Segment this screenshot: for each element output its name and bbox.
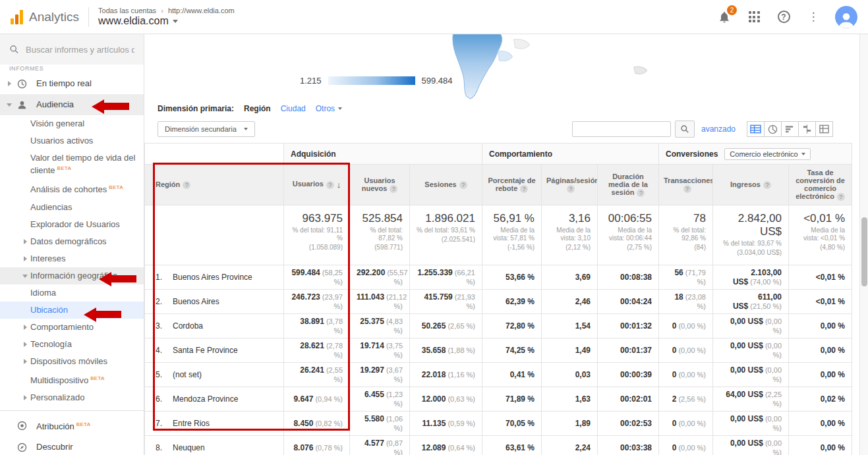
help-tooltip-icon[interactable]: ? — [567, 185, 575, 193]
sidebar-item-audiencias[interactable]: Audiencias — [0, 199, 144, 216]
column-header-duracion-media-de-la-sesion[interactable]: Duración media de la sesión? — [598, 165, 659, 205]
sidebar-item-dispositivos-moviles[interactable]: Dispositivos móviles — [0, 353, 144, 370]
sidebar-item-usuarios-activos[interactable]: Usuarios activos — [0, 132, 144, 149]
notifications-button[interactable]: 2 — [716, 9, 732, 25]
region-link[interactable]: Neuquen — [173, 443, 205, 452]
region-link[interactable]: (not set) — [173, 370, 202, 379]
pivot-view-button[interactable] — [815, 121, 833, 137]
sidebar-item-valor-tiempo-vida-cliente[interactable]: Valor del tiempo de vida del clienteBETA — [0, 149, 144, 179]
dimension-otros[interactable]: Otros — [316, 104, 342, 113]
column-header-transacciones[interactable]: Transacciones? — [659, 165, 713, 205]
chevron-down-icon — [801, 153, 805, 155]
dimension-region[interactable]: Región — [244, 104, 271, 113]
cell-percentage: (0,64 %) — [448, 444, 475, 452]
breadcrumb-property[interactable]: http://www.eldia.com — [168, 7, 235, 14]
help-tooltip-icon[interactable]: ? — [763, 181, 771, 189]
table-row[interactable]: 7.Entre Rios8.450(0,82 %)5.580(1,06 %)11… — [145, 412, 852, 436]
more-menu-button[interactable]: ⋮ — [805, 9, 821, 25]
region-link[interactable]: Cordoba — [173, 321, 203, 331]
breadcrumb-accounts[interactable]: Todas las cuentas — [98, 7, 156, 14]
table-view-button[interactable] — [747, 121, 765, 137]
scrollbar-thumb[interactable] — [861, 217, 867, 286]
region-link[interactable]: Entre Rios — [173, 419, 210, 428]
advanced-link[interactable]: avanzado — [701, 124, 736, 134]
sidebar-item-idioma[interactable]: Idioma — [0, 284, 144, 302]
sidebar-item-personalizado[interactable]: Personalizado — [0, 389, 144, 406]
sidebar-search[interactable] — [0, 34, 144, 65]
percentage-view-button[interactable] — [764, 121, 782, 137]
table-search-input[interactable] — [572, 121, 671, 137]
table-search-button[interactable] — [675, 120, 695, 138]
sidebar-item-ubicacion[interactable]: Ubicación — [0, 302, 144, 319]
sidebar-item-audiencia[interactable]: Audiencia — [0, 94, 144, 115]
column-header-ingresos[interactable]: Ingresos? — [713, 165, 789, 205]
sidebar-item-comportamiento[interactable]: Comportamiento — [0, 319, 144, 336]
comparison-view-button[interactable] — [798, 121, 816, 137]
sidebar-item-vision-general[interactable]: Visión general — [0, 115, 144, 132]
table-row[interactable]: 1.Buenos Aires Province599.484(58,25 %)2… — [145, 265, 852, 290]
region-link[interactable]: Santa Fe Province — [173, 346, 238, 355]
chevron-expanded-icon[interactable] — [7, 99, 14, 110]
sidebar-item-atribucion[interactable]: AtribuciónBETA — [0, 415, 144, 437]
help-tooltip-icon[interactable]: ? — [520, 185, 528, 193]
column-header-region[interactable]: Región? — [145, 165, 284, 205]
metric-cell: 1.255.339(66,21 %) — [410, 265, 482, 290]
breadcrumb[interactable]: Todas las cuentas › http://www.eldia.com — [98, 7, 235, 14]
column-header-usuarios[interactable]: Usuarios?↓ — [284, 165, 350, 205]
help-tooltip-icon[interactable]: ? — [683, 185, 691, 193]
sidebar-item-informacion-geografica[interactable]: Información geográfica — [0, 267, 144, 284]
region-link[interactable]: Buenos Aires Province — [173, 273, 252, 282]
region-link[interactable]: Buenos Aires — [173, 297, 219, 306]
ecommerce-goal-selector[interactable]: Comercio electrónico — [724, 148, 810, 160]
table-row[interactable]: 3.Cordoba38.891(3,78 %)25.375(4,83 %)50.… — [145, 314, 852, 338]
chevron-collapsed-icon[interactable] — [22, 339, 30, 350]
chevron-collapsed-icon[interactable] — [22, 254, 30, 264]
column-header-porcentaje-de-rebote[interactable]: Porcentaje de rebote? — [482, 165, 542, 205]
sort-desc-icon: ↓ — [337, 180, 341, 190]
avatar[interactable] — [835, 6, 857, 28]
help-tooltip-icon[interactable]: ? — [183, 181, 190, 189]
sidebar-item-en-tiempo-real[interactable]: En tiempo real — [0, 73, 144, 94]
sidebar-item-explorador-de-usuarios[interactable]: Explorador de Usuarios — [0, 216, 144, 233]
sidebar-item-tecnologia[interactable]: Tecnología — [0, 336, 144, 353]
analytics-logo-icon[interactable] — [11, 10, 23, 24]
help-tooltip-icon[interactable]: ? — [390, 185, 397, 193]
sidebar-item-descubrir[interactable]: Descubrir — [0, 437, 144, 455]
vertical-scrollbar[interactable] — [859, 34, 868, 455]
chevron-collapsed-icon[interactable] — [22, 356, 30, 367]
dimension-ciudad[interactable]: Ciudad — [281, 104, 306, 113]
total-metric-cell: 963.975% del total: 91,11 %(1.058.089) — [284, 205, 350, 265]
secondary-dimension-button[interactable]: Dimensión secundaria — [158, 121, 255, 137]
chevron-expanded-icon[interactable] — [22, 271, 30, 281]
chevron-collapsed-icon[interactable] — [22, 322, 30, 333]
help-tooltip-icon[interactable]: ? — [326, 181, 334, 189]
sidebar-item-multidispositivo[interactable]: MultidispositivoBETA — [0, 370, 144, 389]
table-row[interactable]: 5.(not set)26.241(2,55 %)19.297(3,67 %)2… — [145, 363, 852, 387]
column-header-paginas-sesion[interactable]: Páginas/sesión? — [542, 165, 598, 205]
metric-cell: 0,00 % — [789, 436, 852, 455]
table-row[interactable]: 6.Mendoza Province9.647(0,94 %)6.455(1,2… — [145, 387, 852, 412]
region-link[interactable]: Mendoza Province — [173, 394, 238, 404]
help-tooltip-icon[interactable]: ? — [637, 189, 645, 197]
column-header-tasa-de-conversion-de-comercio-electronico[interactable]: Tasa de conversión de comercio electróni… — [789, 165, 852, 205]
table-row[interactable]: 8.Neuquen8.076(0,78 %)4.577(0,87 %)12.08… — [145, 436, 852, 455]
table-row[interactable]: 2.Buenos Aires246.723(23,97 %)111.043(21… — [145, 290, 852, 314]
sidebar-item-datos-demograficos[interactable]: Datos demográficos — [0, 233, 144, 250]
table-row[interactable]: 4.Santa Fe Province28.621(2,78 %)19.714(… — [145, 338, 852, 363]
performance-view-button[interactable] — [781, 121, 799, 137]
chevron-collapsed-icon[interactable] — [22, 236, 30, 247]
help-tooltip-icon[interactable]: ? — [837, 193, 845, 201]
chevron-collapsed-icon[interactable] — [7, 78, 14, 89]
metric-cell: 74,25 % — [482, 338, 542, 363]
column-header-usuarios-nuevos[interactable]: Usuarios nuevos? — [350, 165, 410, 205]
sidebar-item-intereses[interactable]: Intereses — [0, 250, 144, 267]
chevron-collapsed-icon[interactable] — [22, 392, 30, 403]
help-button[interactable]: ? — [776, 9, 792, 25]
apps-grid-button[interactable] — [746, 9, 762, 25]
column-header-label: Páginas/sesión — [546, 176, 598, 184]
column-header-sesiones[interactable]: Sesiones? — [410, 165, 482, 205]
help-tooltip-icon[interactable]: ? — [459, 181, 467, 189]
sidebar-item-analisis-de-cohortes[interactable]: Análisis de cohortesBETA — [0, 179, 144, 198]
view-selector[interactable]: www.eldia.com — [98, 15, 235, 27]
search-input[interactable] — [26, 45, 134, 55]
